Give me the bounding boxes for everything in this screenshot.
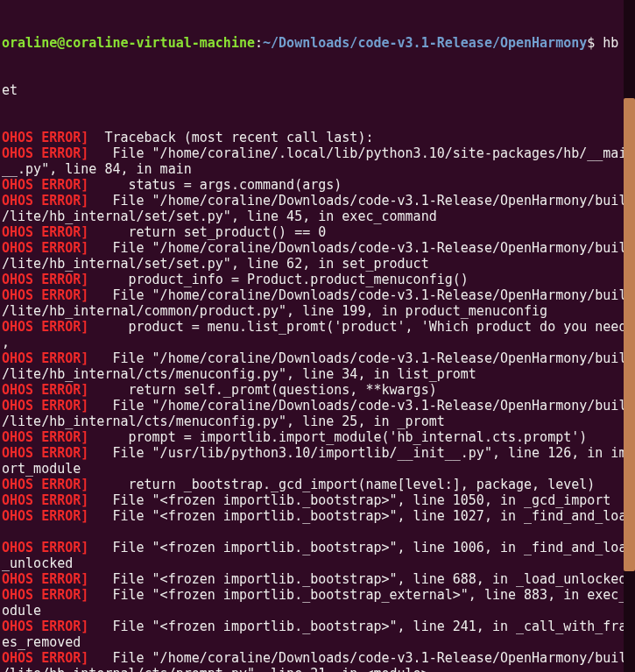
error-text: File "<frozen importlib._bootstrap>", li… — [88, 619, 626, 634]
output-line: /lite/hb_internal/cts/menuconfig.py", li… — [2, 414, 633, 429]
prompt-sep2: $ — [587, 35, 603, 51]
error-text: File "/home/coraline/.local/lib/python3.… — [88, 145, 626, 161]
output-line: /lite/hb_internal/cts/menuconfig.py", li… — [2, 366, 633, 382]
output-line: /lite/hb_internal/set/set.py", line 45, … — [2, 209, 633, 224]
output-line: odule — [2, 603, 633, 619]
error-tag: OHOS ERROR] — [2, 145, 88, 161]
error-text: File "/home/coraline/Downloads/code-v3.1… — [88, 287, 626, 303]
error-text: File "/home/coraline/Downloads/code-v3.1… — [88, 650, 626, 666]
output-line: /lite/hb_internal/common/product.py", li… — [2, 303, 633, 319]
error-tag: OHOS ERROR] — [2, 177, 88, 193]
terminal[interactable]: oraline@coraline-virtual-machine:~/Downl… — [0, 0, 635, 672]
error-text: File "/home/coraline/Downloads/code-v3.1… — [88, 193, 626, 209]
output-line: OHOS ERROR] File "/home/coraline/Downloa… — [2, 398, 633, 414]
error-tag: OHOS ERROR] — [2, 382, 88, 398]
output-line: OHOS ERROR] File "/home/coraline/Downloa… — [2, 287, 633, 303]
output-line: OHOS ERROR] File "/home/coraline/Downloa… — [2, 350, 633, 366]
error-text: return self._promt(questions, **kwargs) — [88, 382, 436, 398]
prompt-userhost: oraline@coraline-virtual-machine — [2, 35, 255, 51]
error-tag: OHOS ERROR] — [2, 571, 88, 587]
output-line: OHOS ERROR] return self._promt(questions… — [2, 382, 633, 398]
error-tag: OHOS ERROR] — [2, 224, 88, 240]
prompt-line: oraline@coraline-virtual-machine:~/Downl… — [2, 35, 633, 51]
error-tag: OHOS ERROR] — [2, 319, 88, 335]
error-tag: OHOS ERROR] — [2, 272, 88, 287]
output-line: __.py", line 84, in main — [2, 161, 633, 177]
output-line: OHOS ERROR] File "<frozen importlib._boo… — [2, 492, 633, 508]
error-text: File "<frozen importlib._bootstrap>", li… — [88, 492, 610, 508]
output-line: OHOS ERROR] File "/home/coraline/Downloa… — [2, 650, 633, 666]
error-text: product_info = Product.product_menuconfi… — [88, 272, 468, 287]
output-line: OHOS ERROR] File "<frozen importlib._boo… — [2, 587, 633, 603]
prompt-cmd: hb — [603, 35, 618, 51]
output-line: ort_module — [2, 461, 633, 477]
error-tag: OHOS ERROR] — [2, 492, 88, 508]
output-line: /lite/hb_internal/cts/prompt.py", line 2… — [2, 666, 633, 672]
error-text: Traceback (most recent call last): — [88, 130, 373, 145]
error-tag: OHOS ERROR] — [2, 130, 88, 145]
output-line: OHOS ERROR] product = menu.list_promt('p… — [2, 319, 633, 335]
output-line: OHOS ERROR] Traceback (most recent call … — [2, 130, 633, 145]
output-line: OHOS ERROR] File "<frozen importlib._boo… — [2, 508, 633, 524]
error-tag: OHOS ERROR] — [2, 429, 88, 445]
error-tag: OHOS ERROR] — [2, 540, 88, 555]
error-tag: OHOS ERROR] — [2, 193, 88, 209]
error-tag: OHOS ERROR] — [2, 587, 88, 603]
output-line: OHOS ERROR] File "<frozen importlib._boo… — [2, 540, 633, 555]
error-text: File "<frozen importlib._bootstrap>", li… — [88, 508, 626, 524]
output-line: OHOS ERROR] return _bootstrap._gcd_impor… — [2, 477, 633, 492]
error-tag: OHOS ERROR] — [2, 445, 88, 461]
error-tag: OHOS ERROR] — [2, 619, 88, 634]
output-line — [2, 524, 633, 540]
error-text: status = args.command(args) — [88, 177, 342, 193]
error-tag: OHOS ERROR] — [2, 650, 88, 666]
output-line: OHOS ERROR] File "<frozen importlib._boo… — [2, 571, 633, 587]
scrollbar-track[interactable] — [624, 0, 635, 672]
output-line: /lite/hb_internal/set/set.py", line 62, … — [2, 256, 633, 272]
error-text: File "/home/coraline/Downloads/code-v3.1… — [88, 240, 626, 256]
error-tag: OHOS ERROR] — [2, 398, 88, 414]
output-line: , — [2, 335, 633, 350]
error-tag: OHOS ERROR] — [2, 350, 88, 366]
error-tag: OHOS ERROR] — [2, 508, 88, 524]
error-text: return set_product() == 0 — [88, 224, 326, 240]
error-text: product = menu.list_promt('product', 'Wh… — [88, 319, 626, 335]
error-text: File "<frozen importlib._bootstrap>", li… — [88, 540, 626, 555]
error-text: prompt = importlib.import_module('hb_int… — [88, 429, 587, 445]
output-line: OHOS ERROR] File "/usr/lib/python3.10/im… — [2, 445, 633, 461]
error-text: File "/home/coraline/Downloads/code-v3.1… — [88, 398, 626, 414]
prompt-sep1: : — [255, 35, 263, 51]
error-tag: OHOS ERROR] — [2, 240, 88, 256]
scrollbar-thumb[interactable] — [624, 98, 635, 571]
error-tag: OHOS ERROR] — [2, 477, 88, 492]
output-line: _unlocked — [2, 555, 633, 571]
output-line: OHOS ERROR] return set_product() == 0 — [2, 224, 633, 240]
output-line: OHOS ERROR] File "/home/coraline/.local/… — [2, 145, 633, 161]
error-text: return _bootstrap._gcd_import(name[level… — [88, 477, 595, 492]
error-text: File "/home/coraline/Downloads/code-v3.1… — [88, 350, 626, 366]
output-line: OHOS ERROR] product_info = Product.produ… — [2, 272, 633, 287]
error-text: File "<frozen importlib._bootstrap>", li… — [88, 571, 626, 587]
output-lines: OHOS ERROR] Traceback (most recent call … — [2, 130, 633, 672]
output-line: OHOS ERROR] File "<frozen importlib._boo… — [2, 619, 633, 634]
output-line: OHOS ERROR] prompt = importlib.import_mo… — [2, 429, 633, 445]
error-tag: OHOS ERROR] — [2, 287, 88, 303]
output-line: OHOS ERROR] File "/home/coraline/Downloa… — [2, 193, 633, 209]
output-line: es_removed — [2, 634, 633, 650]
output-line: OHOS ERROR] status = args.command(args) — [2, 177, 633, 193]
cmd-wrap: et — [2, 82, 633, 98]
prompt-path: ~/Downloads/code-v3.1-Release/OpenHarmon… — [263, 35, 587, 51]
error-text: File "<frozen importlib._bootstrap_exter… — [88, 587, 626, 603]
error-text: File "/usr/lib/python3.10/importlib/__in… — [88, 445, 626, 461]
output-line: OHOS ERROR] File "/home/coraline/Downloa… — [2, 240, 633, 256]
